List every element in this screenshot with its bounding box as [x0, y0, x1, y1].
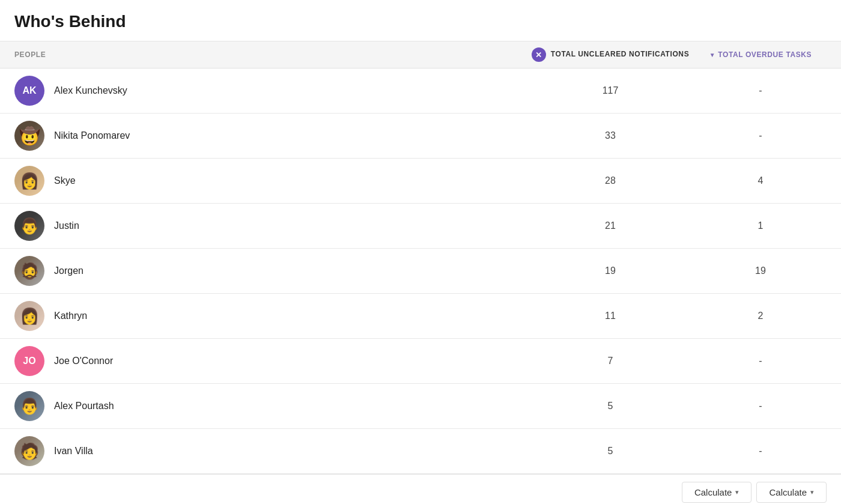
person-cell: 👨 Alex Pourtash — [14, 391, 526, 421]
table-row[interactable]: Nikita Ponomarev 33 - — [0, 114, 841, 159]
person-cell: 🧑 Ivan Villa — [14, 436, 526, 466]
person-cell: JO Joe O'Connor — [14, 346, 526, 376]
avatar: 👨 — [14, 211, 44, 241]
person-cell: AK Alex Kunchevsky — [14, 76, 526, 106]
person-cell: Nikita Ponomarev — [14, 121, 526, 151]
chevron-down-icon: ▾ — [735, 488, 739, 496]
notifications-cell: 117 — [526, 85, 694, 96]
avatar: 🧑 — [14, 436, 44, 466]
col-people-header: PEOPLE — [14, 50, 526, 59]
person-cell: 👨 Justin — [14, 211, 526, 241]
table-row[interactable]: 👨 Justin 21 1 — [0, 204, 841, 249]
table-row[interactable]: AK Alex Kunchevsky 117 - — [0, 68, 841, 114]
person-name: Justin — [54, 220, 79, 231]
table-body: AK Alex Kunchevsky 117 - Nikita Ponomare… — [0, 68, 841, 474]
avatar: 🧔 — [14, 256, 44, 286]
notifications-cell: 19 — [526, 266, 694, 276]
avatar: 👩 — [14, 301, 44, 331]
person-name: Ivan Villa — [54, 446, 93, 457]
person-name: Kathryn — [54, 311, 87, 321]
table-row[interactable]: 🧑 Ivan Villa 5 - — [0, 429, 841, 474]
table-row[interactable]: 👩 Kathryn 11 2 — [0, 294, 841, 339]
notifications-cell: 28 — [526, 175, 694, 186]
calculate-overdue-label: Calculate — [769, 487, 807, 497]
person-name: Nikita Ponomarev — [54, 130, 130, 141]
table-row[interactable]: 👩 Skye 28 4 — [0, 159, 841, 204]
page-wrapper: Who's Behind PEOPLE ✕ TOTAL UNCLEARED NO… — [0, 0, 841, 504]
avatar: 👨 — [14, 391, 44, 421]
chevron-down-icon-2: ▾ — [810, 488, 814, 496]
notifications-cell: 5 — [526, 401, 694, 411]
notifications-cell: 7 — [526, 356, 694, 366]
person-cell: 👩 Skye — [14, 166, 526, 196]
close-filter-button[interactable]: ✕ — [532, 47, 546, 62]
overdue-cell: 19 — [694, 266, 827, 276]
overdue-cell: - — [694, 401, 827, 411]
avatar: 👩 — [14, 166, 44, 196]
col-overdue-label: TOTAL OVERDUE TASKS — [718, 50, 812, 59]
calculate-notifications-button[interactable]: Calculate ▾ — [682, 482, 752, 503]
overdue-cell: 1 — [694, 220, 827, 231]
overdue-cell: 4 — [694, 175, 827, 186]
page-title: Who's Behind — [14, 12, 827, 31]
avatar — [14, 121, 44, 151]
notifications-cell: 33 — [526, 130, 694, 141]
overdue-cell: - — [694, 85, 827, 96]
overdue-cell: - — [694, 446, 827, 457]
avatar: AK — [14, 76, 44, 106]
sort-arrow-icon: ▼ — [709, 52, 716, 58]
table-container: PEOPLE ✕ TOTAL UNCLEARED NOTIFICATIONS ▼… — [0, 41, 841, 504]
page-header: Who's Behind — [0, 0, 841, 41]
table-header: PEOPLE ✕ TOTAL UNCLEARED NOTIFICATIONS ▼… — [0, 41, 841, 68]
person-cell: 🧔 Jorgen — [14, 256, 526, 286]
person-name: Joe O'Connor — [54, 356, 113, 366]
col-notifications-header: ✕ TOTAL UNCLEARED NOTIFICATIONS — [526, 47, 694, 62]
table-row[interactable]: 🧔 Jorgen 19 19 — [0, 249, 841, 294]
calculate-notifications-label: Calculate — [694, 487, 732, 497]
overdue-cell: - — [694, 356, 827, 366]
avatar: JO — [14, 346, 44, 376]
notifications-cell: 5 — [526, 446, 694, 457]
person-name: Alex Pourtash — [54, 401, 114, 411]
table-row[interactable]: 👨 Alex Pourtash 5 - — [0, 384, 841, 429]
person-name: Jorgen — [54, 266, 83, 276]
table-row[interactable]: JO Joe O'Connor 7 - — [0, 339, 841, 384]
col-overdue-header: ▼ TOTAL OVERDUE TASKS — [694, 50, 827, 59]
col-notifications-label: TOTAL UNCLEARED NOTIFICATIONS — [551, 50, 690, 59]
person-cell: 👩 Kathryn — [14, 301, 526, 331]
notifications-cell: 11 — [526, 311, 694, 321]
footer-row: Calculate ▾ Calculate ▾ — [0, 474, 841, 504]
overdue-cell: 2 — [694, 311, 827, 321]
person-name: Alex Kunchevsky — [54, 85, 127, 96]
person-name: Skye — [54, 175, 76, 186]
overdue-cell: - — [694, 130, 827, 141]
notifications-cell: 21 — [526, 220, 694, 231]
calculate-overdue-button[interactable]: Calculate ▾ — [756, 482, 827, 503]
